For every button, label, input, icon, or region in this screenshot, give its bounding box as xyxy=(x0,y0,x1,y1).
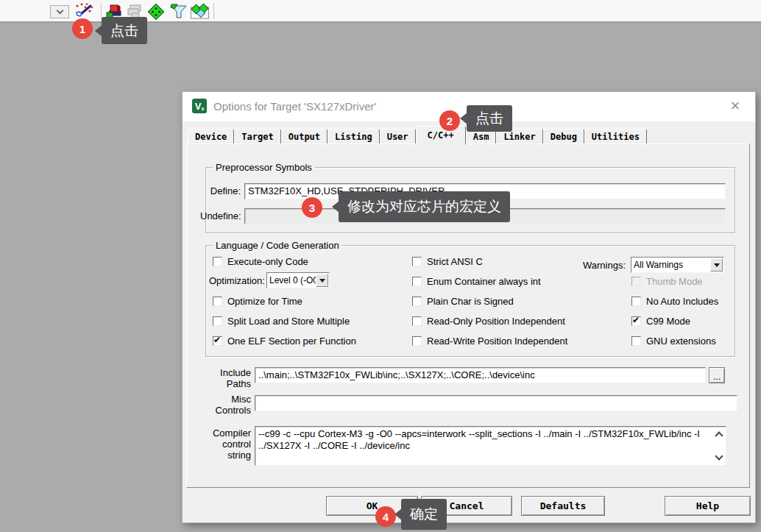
toolbar-separator xyxy=(213,3,214,19)
checkbox-label: Execute-only Code xyxy=(227,256,308,267)
tooltip-text: 确定 xyxy=(410,505,438,524)
checkbox-optimize-for-time[interactable]: Optimize for Time xyxy=(213,295,302,307)
chevron-down-icon xyxy=(714,263,720,267)
rebuild-button[interactable] xyxy=(169,2,189,21)
checkbox-box xyxy=(631,277,641,286)
include-paths-label: Include Paths xyxy=(209,367,251,389)
checkbox-execute-only-code[interactable]: Execute-only Code xyxy=(213,255,308,267)
checkbox-box xyxy=(412,336,422,346)
group-title: Language / Code Generation xyxy=(213,240,342,251)
checkbox-gnu-extensions[interactable]: GNU extensions xyxy=(631,335,716,347)
compiler-control-string-value: --c99 -c --cpu Cortex-M3 -g -O0 --apcs=i… xyxy=(258,428,700,451)
annotation-step-2-tooltip: 点击 xyxy=(467,105,512,132)
include-paths-input[interactable]: ..\main;..\STM32F10x_FWLib\inc;..\SX127X… xyxy=(255,367,706,383)
dialog-title: Options for Target 'SX127xDriver' xyxy=(213,100,376,113)
toolbar-dropdown-button[interactable] xyxy=(50,5,69,18)
checkbox-label: Strict ANSI C xyxy=(427,256,483,267)
tooltip-text: 点击 xyxy=(110,21,138,40)
checkbox-plain-char-signed[interactable]: Plain Char is Signed xyxy=(412,295,514,307)
tooltip-text: 点击 xyxy=(475,109,503,128)
checkbox-box xyxy=(631,316,641,326)
misc-controls-input[interactable] xyxy=(255,395,737,411)
build-button[interactable] xyxy=(146,2,166,21)
undefine-label: Undefine: xyxy=(200,210,241,221)
compiler-control-string-label: Compiler control string xyxy=(209,428,251,461)
checkbox-thumb-mode: Thumb Mode xyxy=(631,275,703,287)
checkbox-one-elf-section[interactable]: One ELF Section per Function xyxy=(213,335,356,347)
checkbox-c99-mode[interactable]: C99 Mode xyxy=(631,315,690,327)
define-label: Define: xyxy=(206,185,241,196)
checkbox-read-only-pi[interactable]: Read-Only Position Independent xyxy=(412,315,565,327)
checkbox-label: Split Load and Store Multiple xyxy=(227,316,350,327)
annotation-step-1-badge: 1 xyxy=(72,18,93,39)
defaults-button[interactable]: Defaults xyxy=(521,496,605,516)
batch-build-button[interactable] xyxy=(190,2,210,21)
checkbox-enum-container-int[interactable]: Enum Container always int xyxy=(412,275,541,287)
group-title: Preprocessor Symbols xyxy=(213,162,315,173)
checkbox-label: Read-Write Position Independent xyxy=(427,336,567,347)
selected-option: Level 0 (-O0) xyxy=(267,275,316,285)
checkbox-read-write-pi[interactable]: Read-Write Position Independent xyxy=(412,335,567,347)
warnings-select[interactable]: All Warnings xyxy=(631,257,724,273)
funnel-icon xyxy=(169,3,188,21)
checkbox-box xyxy=(213,316,222,326)
checkbox-label: Plain Char is Signed xyxy=(427,296,514,307)
tooltip-text: 修改为对应芯片的宏定义 xyxy=(347,197,501,216)
annotation-step-4-tooltip: 确定 xyxy=(401,499,447,530)
checkbox-label: No Auto Includes xyxy=(646,296,718,307)
annotation-step-3-tooltip: 修改为对应芯片的宏定义 xyxy=(339,191,510,222)
toolbar-separator xyxy=(101,3,102,19)
selected-option: All Warnings xyxy=(631,260,710,270)
warnings-label: Warnings: xyxy=(583,260,626,271)
annotation-step-4-badge: 4 xyxy=(375,506,396,527)
include-paths-browse-button[interactable]: ... xyxy=(709,367,725,383)
close-icon[interactable]: × xyxy=(726,96,745,116)
checkbox-label: Read-Only Position Independent xyxy=(427,316,565,327)
tab-strip: Device Target Output Listing User C/C++ … xyxy=(188,126,647,145)
checkbox-label: Thumb Mode xyxy=(646,276,703,287)
options-for-target-dialog: Vs Options for Target 'SX127xDriver' × D… xyxy=(183,92,755,522)
dropdown-button[interactable] xyxy=(710,258,723,272)
checkbox-box xyxy=(412,316,422,326)
tab-user[interactable]: User xyxy=(380,129,416,145)
checkbox-split-load-store[interactable]: Split Load and Store Multiple xyxy=(213,315,350,327)
annotation-step-1-tooltip: 点击 xyxy=(102,17,147,44)
annotation-step-2-badge: 2 xyxy=(439,110,460,131)
checkbox-box xyxy=(631,336,641,346)
tab-device[interactable]: Device xyxy=(188,129,234,145)
checkbox-label: Enum Container always int xyxy=(427,276,541,287)
chevron-down-icon xyxy=(319,279,325,283)
tab-output[interactable]: Output xyxy=(281,129,328,145)
checkbox-box xyxy=(412,297,422,306)
checkbox-box xyxy=(631,297,641,306)
tab-listing[interactable]: Listing xyxy=(328,129,380,145)
checkbox-box xyxy=(213,297,222,306)
optimization-select[interactable]: Level 0 (-O0) xyxy=(266,272,330,288)
dropdown-button[interactable] xyxy=(316,274,328,287)
optimization-label: Optimization: xyxy=(209,275,265,286)
checkbox-box xyxy=(412,257,422,266)
language-code-generation-group: Language / Code Generation Execute-only … xyxy=(205,245,735,357)
batch-build-icon xyxy=(190,3,210,21)
tab-debug[interactable]: Debug xyxy=(543,129,584,145)
checkbox-label: C99 Mode xyxy=(646,316,690,327)
tab-utilities[interactable]: Utilities xyxy=(584,129,647,145)
checkbox-label: GNU extensions xyxy=(646,336,716,347)
compiler-control-string-box[interactable]: --c99 -c --cpu Cortex-M3 -g -O0 --apcs=i… xyxy=(255,426,726,466)
uvision-app-icon: Vs xyxy=(192,99,207,113)
misc-controls-label: Misc Controls xyxy=(209,394,251,416)
annotation-step-3-badge: 3 xyxy=(302,197,322,218)
checkbox-label: Optimize for Time xyxy=(227,296,302,307)
checkbox-label: One ELF Section per Function xyxy=(227,336,356,347)
help-button[interactable]: Help xyxy=(665,496,751,516)
checkbox-box xyxy=(213,336,222,346)
checkbox-box xyxy=(213,257,222,266)
tab-c-cpp[interactable]: C/C++ xyxy=(416,126,466,145)
chevron-down-icon xyxy=(56,7,63,15)
scroll-down-icon[interactable] xyxy=(715,452,723,460)
scroll-up-icon[interactable] xyxy=(715,431,723,439)
tab-target[interactable]: Target xyxy=(234,129,280,145)
checkbox-box xyxy=(412,277,422,286)
checkbox-no-auto-includes[interactable]: No Auto Includes xyxy=(631,295,718,307)
checkbox-strict-ansi-c[interactable]: Strict ANSI C xyxy=(412,255,483,267)
